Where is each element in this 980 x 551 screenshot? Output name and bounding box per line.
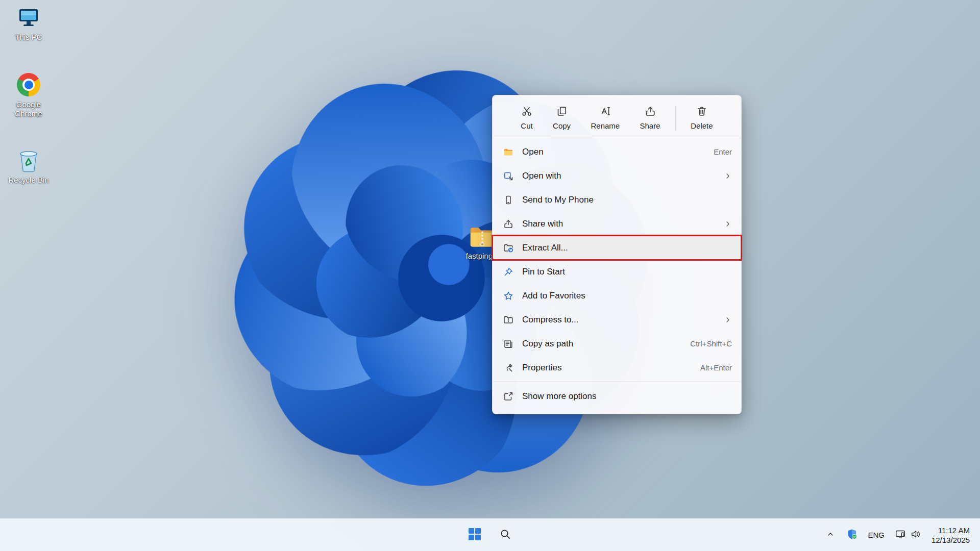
menu-item-shortcut: Enter bbox=[714, 147, 732, 156]
menu-item-label: Properties bbox=[522, 363, 694, 373]
chevron-up-icon bbox=[826, 530, 835, 540]
taskbar-center-icons bbox=[463, 524, 517, 546]
chevron-right-icon bbox=[724, 172, 732, 180]
recycle-bin-icon bbox=[15, 147, 42, 173]
menu-item-pin-to-start[interactable]: Pin to Start bbox=[493, 260, 741, 284]
clock-date: 12/13/2025 bbox=[932, 535, 970, 545]
google-chrome-icon bbox=[15, 71, 42, 98]
extract-all-icon bbox=[503, 242, 514, 254]
delete-icon bbox=[696, 106, 707, 119]
taskbar-clock[interactable]: 11:12 AM 12/13/2025 bbox=[928, 525, 973, 545]
toolbar-label: Share bbox=[640, 121, 660, 130]
tray-language-button[interactable]: ENG bbox=[865, 525, 888, 545]
security-shield-icon bbox=[846, 529, 857, 542]
menu-item-label: Open with bbox=[522, 171, 718, 181]
toolbar-label: Copy bbox=[553, 121, 571, 130]
search-button[interactable] bbox=[494, 524, 517, 546]
desktop-icon-label: Google Chrome bbox=[4, 100, 53, 118]
toolbar-label: Rename bbox=[591, 121, 620, 130]
desktop-icon-label: Recycle Bin bbox=[8, 176, 48, 185]
copy-icon bbox=[556, 106, 568, 119]
menu-item-label: Share with bbox=[522, 219, 718, 229]
search-icon bbox=[499, 528, 511, 542]
this-pc-icon bbox=[15, 4, 42, 31]
clock-time: 11:12 AM bbox=[938, 525, 970, 535]
menu-item-share-with[interactable]: Share with bbox=[493, 212, 741, 236]
taskbar: ENG 11:12 AM 12/13/2025 bbox=[0, 518, 980, 551]
start-button[interactable] bbox=[463, 524, 486, 546]
menu-separator bbox=[493, 138, 741, 138]
desktop-wallpaper bbox=[0, 0, 980, 551]
share-button[interactable]: Share bbox=[635, 103, 666, 133]
star-icon bbox=[503, 290, 514, 302]
display-cast-icon bbox=[895, 529, 906, 542]
menu-item-label: Extract All... bbox=[522, 243, 732, 253]
tray-security-button[interactable] bbox=[843, 525, 861, 545]
copy-button[interactable]: Copy bbox=[548, 103, 576, 133]
context-menu: Cut Copy Rename bbox=[492, 95, 742, 414]
menu-item-add-to-favorites[interactable]: Add to Favorites bbox=[493, 284, 741, 308]
tray-show-hidden-icons-button[interactable] bbox=[822, 525, 839, 545]
menu-item-extract-all[interactable]: Extract All... bbox=[493, 236, 741, 260]
menu-item-label: Show more options bbox=[522, 391, 732, 402]
menu-item-shortcut: Ctrl+Shift+C bbox=[690, 339, 732, 348]
menu-item-copy-as-path[interactable]: Copy as path Ctrl+Shift+C bbox=[493, 332, 741, 356]
toolbar-divider bbox=[675, 106, 676, 130]
share-with-icon bbox=[503, 218, 514, 230]
desktop-icon-google-chrome[interactable]: Google Chrome bbox=[4, 71, 53, 118]
chevron-right-icon bbox=[724, 316, 732, 324]
windows-logo-icon bbox=[468, 528, 481, 543]
taskbar-system-tray: ENG 11:12 AM 12/13/2025 bbox=[822, 519, 980, 551]
menu-item-show-more-options[interactable]: Show more options bbox=[493, 383, 741, 410]
toolbar-label: Cut bbox=[521, 121, 532, 130]
menu-item-label: Add to Favorites bbox=[522, 291, 732, 301]
delete-button[interactable]: Delete bbox=[685, 103, 718, 133]
context-menu-toolbar: Cut Copy Rename bbox=[493, 98, 741, 136]
menu-item-label: Compress to... bbox=[522, 315, 718, 325]
menu-separator bbox=[493, 381, 741, 382]
desktop-icon-recycle-bin[interactable]: Recycle Bin bbox=[4, 147, 53, 185]
cut-icon bbox=[521, 106, 532, 119]
tray-network-volume-button[interactable] bbox=[892, 525, 924, 545]
desktop-icon-this-pc[interactable]: This PC bbox=[4, 4, 53, 42]
wrench-icon bbox=[503, 362, 514, 373]
menu-item-open-with[interactable]: Open with bbox=[493, 164, 741, 188]
chevron-right-icon bbox=[724, 220, 732, 228]
menu-item-open[interactable]: Open Enter bbox=[493, 140, 741, 164]
speaker-icon bbox=[910, 529, 921, 542]
copy-as-path-icon bbox=[503, 338, 514, 349]
menu-item-shortcut: Alt+Enter bbox=[700, 363, 732, 372]
menu-item-label: Send to My Phone bbox=[522, 195, 732, 205]
cut-button[interactable]: Cut bbox=[516, 103, 537, 133]
pin-icon bbox=[503, 266, 514, 278]
menu-item-properties[interactable]: Properties Alt+Enter bbox=[493, 356, 741, 380]
desktop-icon-label: This PC bbox=[15, 33, 42, 42]
open-with-icon bbox=[503, 170, 514, 182]
folder-icon bbox=[503, 146, 514, 158]
phone-icon bbox=[503, 194, 514, 206]
rename-icon bbox=[600, 106, 611, 119]
menu-item-compress-to[interactable]: Compress to... bbox=[493, 308, 741, 332]
language-indicator: ENG bbox=[868, 531, 885, 539]
compress-icon bbox=[503, 314, 514, 325]
share-icon bbox=[645, 106, 656, 119]
menu-item-label: Pin to Start bbox=[522, 267, 732, 277]
menu-item-label: Copy as path bbox=[522, 339, 684, 349]
rename-button[interactable]: Rename bbox=[585, 103, 625, 133]
menu-item-label: Open bbox=[522, 147, 707, 157]
show-more-options-icon bbox=[503, 391, 514, 402]
menu-item-send-to-my-phone[interactable]: Send to My Phone bbox=[493, 188, 741, 212]
toolbar-label: Delete bbox=[691, 121, 713, 130]
